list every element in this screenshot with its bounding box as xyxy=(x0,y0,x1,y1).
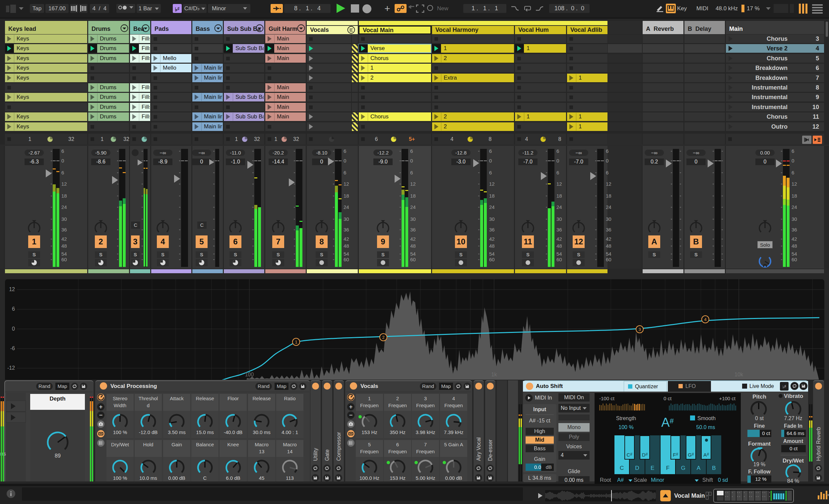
svg-text:100: 100 xyxy=(245,372,254,377)
svg-text:4: 4 xyxy=(704,317,706,322)
svg-text:1: 1 xyxy=(295,339,297,345)
svg-text:10k: 10k xyxy=(734,372,744,377)
svg-text:3: 3 xyxy=(638,327,641,332)
svg-text:1k: 1k xyxy=(492,372,497,377)
svg-text:2: 2 xyxy=(382,335,384,340)
